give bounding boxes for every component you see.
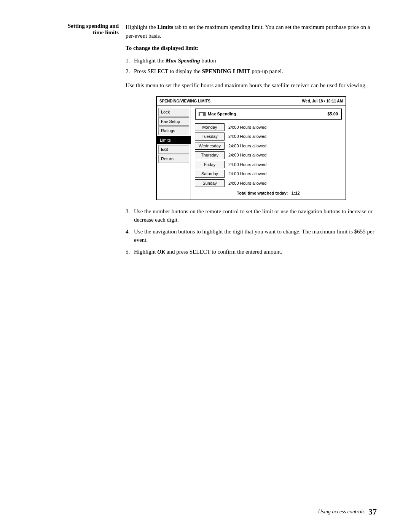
day-button[interactable]: Thursday	[195, 151, 225, 159]
day-button[interactable]: Sunday	[195, 179, 225, 187]
step-1: 1. Highlight the Max Spending button	[126, 56, 377, 65]
day-button[interactable]: Saturday	[195, 170, 225, 178]
day-row: Tuesday 24:00 Hours allowed	[195, 133, 342, 141]
day-hours: 24:00 Hours allowed	[228, 133, 266, 140]
section-title: Setting spending and time limits	[34, 23, 126, 259]
screenshot-container: SPENDING/VIEWING LIMITS Wed, Jul 18 • 10…	[126, 96, 377, 200]
step-4: 4. Use the navigation buttons to highlig…	[126, 227, 377, 244]
sidebar-item-return[interactable]: Return	[158, 155, 189, 163]
day-row: Saturday 24:00 Hours allowed	[195, 170, 342, 178]
max-spending-row: Max Spending $5.00	[195, 109, 342, 120]
total-value: 1:12	[292, 191, 300, 195]
section-header: Setting spending and time limits Highlig…	[34, 23, 377, 259]
day-hours: 24:00 Hours allowed	[228, 143, 266, 149]
total-label: Total time watched today:	[237, 191, 288, 195]
steps-after-panel: 3. Use the number buttons on the remote …	[126, 207, 377, 256]
day-hours: 24:00 Hours allowed	[228, 171, 266, 177]
sidebar-item-favsetup[interactable]: Fav Setup	[158, 117, 189, 126]
change-limit-heading: To change the displayed limit:	[126, 44, 377, 53]
day-hours: 24:00 Hours allowed	[228, 152, 266, 158]
max-spending-label: Max Spending	[208, 111, 236, 117]
step-3: 3. Use the number buttons on the remote …	[126, 207, 377, 224]
day-button[interactable]: Tuesday	[195, 133, 225, 141]
day-row: Wednesday 24:00 Hours allowed	[195, 142, 342, 150]
page-content: Setting spending and time limits Highlig…	[0, 0, 411, 296]
page-footer: Using access controls 37	[318, 507, 377, 517]
title-line1: Setting spending and	[68, 23, 119, 29]
days-list: Monday 24:00 Hours allowed Tuesday 24:00…	[195, 123, 342, 187]
day-button[interactable]: Friday	[195, 161, 225, 169]
max-spending-left: Max Spending	[199, 111, 236, 117]
total-time-row: Total time watched today: 1:12	[195, 190, 342, 197]
day-row: Monday 24:00 Hours allowed	[195, 123, 342, 131]
footer-text: Using access controls	[318, 509, 365, 515]
sidebar-item-lock[interactable]: Lock	[158, 108, 189, 117]
panel-title: SPENDING/VIEWING LIMITS	[159, 98, 210, 104]
day-hours: 24:00 Hours allowed	[228, 124, 266, 131]
use-menu-paragraph: Use this menu to set the specific hours …	[126, 81, 377, 90]
max-spending-icon	[199, 112, 206, 116]
sidebar-item-ratings[interactable]: Ratings	[158, 126, 189, 135]
day-button[interactable]: Wednesday	[195, 142, 225, 150]
day-row: Sunday 24:00 Hours allowed	[195, 179, 342, 187]
page-number: 37	[368, 507, 377, 517]
intro-paragraph: Highlight the Limits tab to set the maxi…	[126, 23, 377, 40]
day-hours: 24:00 Hours allowed	[228, 161, 266, 168]
tv-sidebar: Lock Fav Setup Ratings Limits Exit Retur…	[157, 105, 191, 200]
max-spending-value: $5.00	[327, 111, 338, 117]
day-row: Friday 24:00 Hours allowed	[195, 161, 342, 169]
sidebar-item-exit[interactable]: Exit	[158, 145, 189, 154]
title-line2: time limits	[93, 29, 119, 35]
panel-datetime: Wed, Jul 18 • 10:11 AM	[302, 98, 343, 104]
steps-before-panel: 1. Highlight the Max Spending button 2. …	[126, 56, 377, 76]
tv-panel: SPENDING/VIEWING LIMITS Wed, Jul 18 • 10…	[156, 96, 346, 200]
day-hours: 24:00 Hours allowed	[228, 180, 266, 187]
day-button[interactable]: Monday	[195, 123, 225, 131]
tv-main-content: Max Spending $5.00 Monday 24:00 Hours al…	[191, 105, 346, 200]
tv-panel-header: SPENDING/VIEWING LIMITS Wed, Jul 18 • 10…	[157, 97, 346, 105]
step-2: 2. Press SELECT to display the SPENDING …	[126, 67, 377, 76]
sidebar-item-limits[interactable]: Limits	[157, 136, 191, 145]
day-row: Thursday 24:00 Hours allowed	[195, 151, 342, 159]
step-5: 5. Highlight OK and press SELECT to conf…	[126, 248, 377, 256]
section-body: Highlight the Limits tab to set the maxi…	[126, 23, 377, 259]
tv-panel-body: Lock Fav Setup Ratings Limits Exit Retur…	[157, 105, 346, 200]
